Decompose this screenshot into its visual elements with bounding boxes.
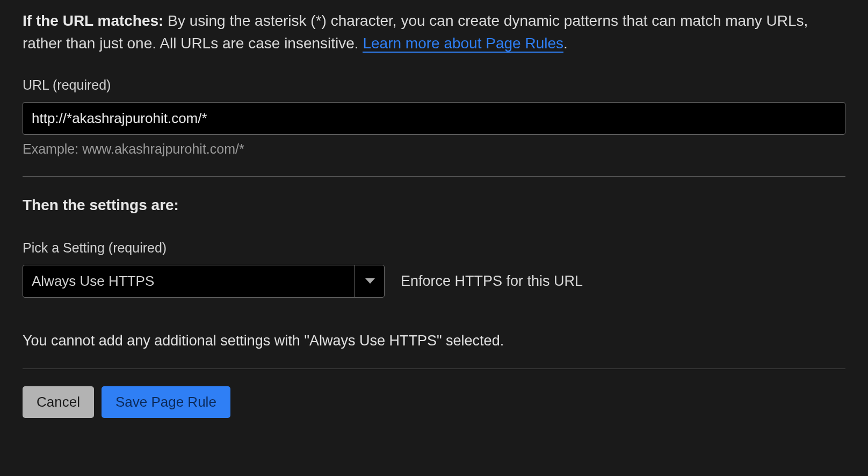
setting-description: Enforce HTTPS for this URL [401, 270, 583, 292]
url-label: URL (required) [23, 75, 845, 96]
settings-heading: Then the settings are: [23, 194, 845, 217]
learn-more-link[interactable]: Learn more about Page Rules [363, 35, 563, 53]
url-example-text: Example: www.akashrajpurohit.com/* [23, 139, 845, 160]
setting-select[interactable]: Always Use HTTPS [23, 265, 385, 298]
intro-period: . [563, 35, 568, 52]
divider-2 [23, 369, 845, 369]
divider [23, 176, 845, 177]
warning-text: You cannot add any additional settings w… [23, 330, 845, 352]
intro-label: If the URL matches: [23, 12, 163, 29]
intro-text: If the URL matches: By using the asteris… [23, 10, 845, 55]
url-input[interactable] [23, 102, 845, 135]
cancel-button[interactable]: Cancel [23, 386, 94, 418]
save-button[interactable]: Save Page Rule [102, 386, 230, 418]
pick-setting-label: Pick a Setting (required) [23, 238, 845, 258]
